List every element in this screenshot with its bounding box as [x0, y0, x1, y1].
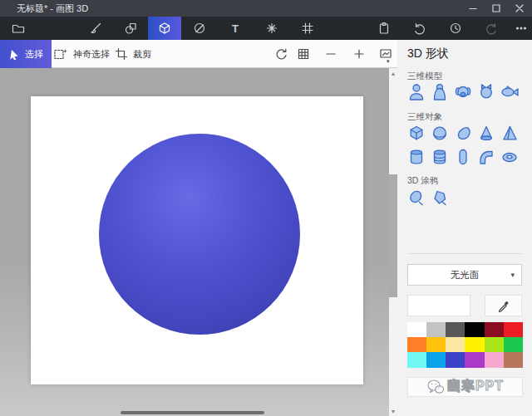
color-swatch[interactable]: [485, 337, 504, 352]
doodle-section-label: 3D 涂鸦: [407, 175, 438, 187]
horizontal-scroll-thumb[interactable]: [121, 411, 264, 414]
color-swatch[interactable]: [465, 352, 484, 368]
model-dog-icon[interactable]: [451, 81, 475, 103]
model-cat-icon[interactable]: [475, 81, 498, 103]
eyedropper-button[interactable]: [485, 295, 522, 316]
zoom-out-icon[interactable]: [321, 44, 341, 64]
magic-select-label: 神奇选择: [73, 48, 110, 61]
shape-cylinder-icon[interactable]: [405, 146, 428, 168]
color-swatch[interactable]: [426, 322, 446, 337]
objects-row-1: [405, 123, 521, 144]
crop-icon: [115, 47, 128, 61]
shapes-2d-icon[interactable]: [116, 17, 145, 40]
tool-options-ribbon: 选择 神奇选择 裁剪 ▾: [0, 40, 397, 68]
model-man-icon[interactable]: [405, 81, 428, 103]
canvas-3d-sphere[interactable]: [99, 134, 300, 335]
fit-dropdown-caret[interactable]: ▾: [387, 58, 390, 65]
color-swatch[interactable]: [465, 322, 484, 337]
select-button[interactable]: 选择: [0, 40, 52, 68]
magic-select-button[interactable]: 神奇选择: [53, 40, 110, 68]
color-swatch[interactable]: [504, 337, 523, 352]
color-swatch[interactable]: [504, 352, 523, 368]
color-swatch[interactable]: [446, 322, 465, 337]
cursor-icon: [8, 48, 20, 60]
current-color-well[interactable]: [407, 295, 470, 316]
workspace: ▲ ▼: [0, 68, 397, 416]
shape-doughnut-icon[interactable]: [498, 146, 521, 168]
models-row: [405, 81, 521, 103]
shape-cube-icon[interactable]: [405, 123, 428, 144]
models-section-label: 三维模型: [407, 71, 442, 82]
eyedropper-icon: [497, 299, 510, 312]
doodle-row: [405, 187, 451, 208]
shapes-3d-icon[interactable]: [148, 17, 181, 40]
main-toolbar: T: [0, 17, 532, 40]
add-color-button[interactable]: [407, 377, 523, 397]
crop-button[interactable]: 裁剪: [115, 40, 151, 68]
shape-pyramid-icon[interactable]: [498, 123, 521, 144]
minimize-button[interactable]: [461, 0, 485, 17]
sharp-edge-doodle-icon[interactable]: [428, 187, 451, 208]
color-swatch[interactable]: [446, 352, 465, 368]
color-swatch[interactable]: [407, 322, 426, 337]
fit-to-window-icon[interactable]: [376, 44, 396, 64]
model-woman-icon[interactable]: [428, 81, 451, 103]
finish-dropdown[interactable]: 无光面 ▾: [407, 264, 522, 286]
color-swatch[interactable]: [426, 337, 446, 352]
objects-section-label: 三维对象: [407, 111, 442, 123]
undo-icon[interactable]: [406, 17, 434, 40]
chevron-down-icon: ▾: [510, 271, 515, 279]
grid-icon[interactable]: [293, 44, 313, 64]
rotate-view-icon[interactable]: [271, 44, 291, 64]
shapes-side-panel: 3D 形状 三维模型 三维对象 3D 涂鸦: [397, 40, 532, 416]
title-bar: 无标题* - 画图 3D: [0, 0, 532, 17]
more-icon[interactable]: [507, 17, 532, 40]
color-swatch[interactable]: [485, 322, 504, 337]
scroll-down-icon[interactable]: ▼: [389, 406, 397, 416]
color-swatch[interactable]: [407, 337, 426, 352]
shape-tube-icon[interactable]: [475, 146, 498, 168]
color-palette: [407, 322, 523, 368]
color-swatch[interactable]: [504, 322, 523, 337]
canvas-icon[interactable]: [293, 17, 322, 40]
panel-divider: [407, 253, 522, 254]
vertical-scrollbar[interactable]: ▲ ▼: [389, 68, 397, 416]
menu-icon[interactable]: [4, 17, 32, 40]
stickers-icon[interactable]: [185, 17, 214, 40]
color-swatch[interactable]: [446, 337, 465, 352]
crop-label: 裁剪: [133, 48, 151, 61]
effects-icon[interactable]: [258, 17, 286, 40]
color-swatch[interactable]: [485, 352, 504, 368]
paste-icon[interactable]: [370, 17, 398, 40]
shape-cone-icon[interactable]: [475, 123, 498, 144]
objects-row-2: [405, 146, 521, 168]
redo-icon[interactable]: [477, 17, 505, 40]
close-button[interactable]: [508, 0, 531, 17]
shape-sphere-icon[interactable]: [428, 123, 451, 144]
brushes-icon[interactable]: [81, 17, 110, 40]
zoom-in-icon[interactable]: [349, 44, 369, 64]
model-fish-icon[interactable]: [498, 81, 521, 103]
vertical-scroll-thumb[interactable]: [389, 174, 397, 297]
scroll-up-icon[interactable]: ▲: [389, 68, 397, 78]
shape-hemisphere-icon[interactable]: [451, 123, 475, 144]
soft-edge-doodle-icon[interactable]: [405, 187, 428, 208]
finish-value: 无光面: [451, 269, 480, 281]
history-icon[interactable]: [441, 17, 470, 40]
panel-title: 3D 形状: [407, 46, 449, 61]
paint3d-window: 无标题* - 画图 3D T 选择 神奇选择 裁剪: [0, 0, 532, 416]
select-label: 选择: [25, 48, 43, 61]
color-swatch[interactable]: [407, 352, 426, 368]
shape-curved-cylinder-icon[interactable]: [428, 146, 451, 168]
color-swatch[interactable]: [426, 352, 446, 368]
color-swatch[interactable]: [465, 337, 484, 352]
magic-select-icon: [53, 47, 68, 61]
maximize-button[interactable]: [485, 0, 508, 17]
window-title: 无标题* - 画图 3D: [17, 2, 88, 15]
shape-capsule-icon[interactable]: [451, 146, 475, 168]
drawing-canvas[interactable]: [31, 96, 363, 384]
text-icon[interactable]: T: [221, 17, 249, 40]
